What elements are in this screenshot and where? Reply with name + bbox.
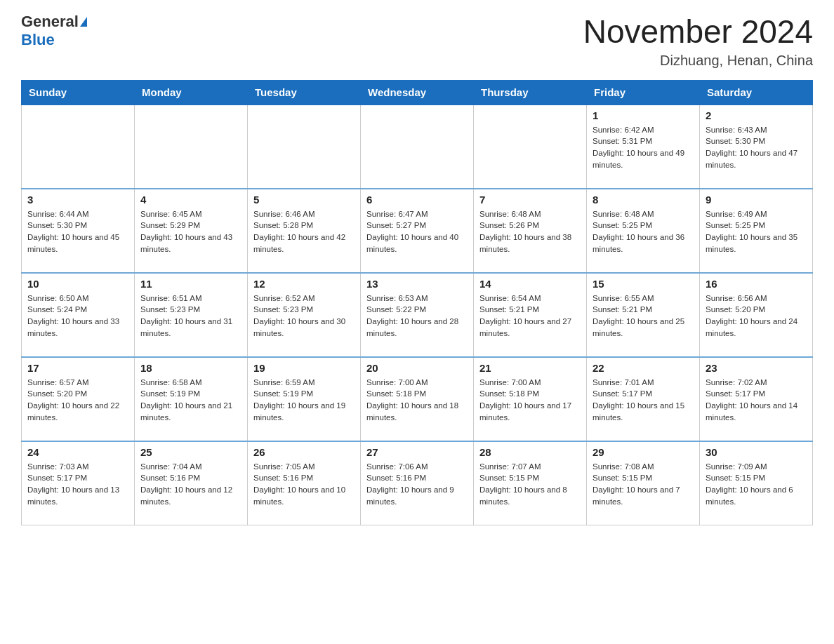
calendar-cell: 6Sunrise: 6:47 AM Sunset: 5:27 PM Daylig… — [361, 189, 474, 273]
calendar-cell — [22, 105, 135, 189]
day-number: 13 — [366, 278, 468, 290]
weekday-header-thursday: Thursday — [474, 80, 587, 105]
day-sun-info: Sunrise: 6:43 AM Sunset: 5:30 PM Dayligh… — [706, 124, 807, 171]
weekday-header-monday: Monday — [135, 80, 248, 105]
day-sun-info: Sunrise: 6:54 AM Sunset: 5:21 PM Dayligh… — [479, 293, 581, 340]
title-area: November 2024 Dizhuang, Henan, China — [583, 14, 813, 69]
calendar-cell: 7Sunrise: 6:48 AM Sunset: 5:26 PM Daylig… — [474, 189, 587, 273]
calendar-cell: 19Sunrise: 6:59 AM Sunset: 5:19 PM Dayli… — [248, 357, 361, 441]
day-sun-info: Sunrise: 6:48 AM Sunset: 5:26 PM Dayligh… — [479, 208, 581, 255]
calendar-cell: 21Sunrise: 7:00 AM Sunset: 5:18 PM Dayli… — [474, 357, 587, 441]
day-number: 16 — [706, 278, 807, 290]
calendar-cell: 27Sunrise: 7:06 AM Sunset: 5:16 PM Dayli… — [361, 441, 474, 525]
calendar-cell: 13Sunrise: 6:53 AM Sunset: 5:22 PM Dayli… — [361, 273, 474, 357]
day-sun-info: Sunrise: 7:02 AM Sunset: 5:17 PM Dayligh… — [706, 377, 807, 424]
month-title: November 2024 — [583, 14, 813, 50]
calendar-cell: 11Sunrise: 6:51 AM Sunset: 5:23 PM Dayli… — [135, 273, 248, 357]
calendar-cell: 3Sunrise: 6:44 AM Sunset: 5:30 PM Daylig… — [22, 189, 135, 273]
calendar-cell: 23Sunrise: 7:02 AM Sunset: 5:17 PM Dayli… — [700, 357, 813, 441]
day-sun-info: Sunrise: 7:06 AM Sunset: 5:16 PM Dayligh… — [366, 461, 468, 508]
day-number: 8 — [593, 194, 694, 206]
calendar-cell: 5Sunrise: 6:46 AM Sunset: 5:28 PM Daylig… — [248, 189, 361, 273]
day-sun-info: Sunrise: 6:53 AM Sunset: 5:22 PM Dayligh… — [366, 293, 468, 340]
weekday-header-wednesday: Wednesday — [361, 80, 474, 105]
day-sun-info: Sunrise: 6:58 AM Sunset: 5:19 PM Dayligh… — [140, 377, 241, 424]
calendar-cell — [248, 105, 361, 189]
calendar-cell: 10Sunrise: 6:50 AM Sunset: 5:24 PM Dayli… — [22, 273, 135, 357]
day-number: 27 — [366, 446, 468, 458]
calendar-cell — [474, 105, 587, 189]
day-sun-info: Sunrise: 6:44 AM Sunset: 5:30 PM Dayligh… — [27, 208, 128, 255]
calendar-cell: 12Sunrise: 6:52 AM Sunset: 5:23 PM Dayli… — [248, 273, 361, 357]
day-number: 11 — [140, 278, 241, 290]
logo-main-text: General — [21, 14, 79, 29]
calendar-cell: 22Sunrise: 7:01 AM Sunset: 5:17 PM Dayli… — [587, 357, 700, 441]
day-number: 18 — [140, 362, 241, 374]
day-number: 14 — [479, 278, 581, 290]
day-sun-info: Sunrise: 7:00 AM Sunset: 5:18 PM Dayligh… — [366, 377, 468, 424]
calendar-week-2: 3Sunrise: 6:44 AM Sunset: 5:30 PM Daylig… — [22, 189, 813, 273]
day-number: 21 — [479, 362, 581, 374]
day-sun-info: Sunrise: 6:55 AM Sunset: 5:21 PM Dayligh… — [593, 293, 694, 340]
weekday-header-sunday: Sunday — [22, 80, 135, 105]
calendar-week-1: 1Sunrise: 6:42 AM Sunset: 5:31 PM Daylig… — [22, 105, 813, 189]
logo: General Blue — [21, 14, 87, 49]
calendar-cell: 14Sunrise: 6:54 AM Sunset: 5:21 PM Dayli… — [474, 273, 587, 357]
day-number: 20 — [366, 362, 468, 374]
day-sun-info: Sunrise: 7:04 AM Sunset: 5:16 PM Dayligh… — [140, 461, 241, 508]
day-sun-info: Sunrise: 6:56 AM Sunset: 5:20 PM Dayligh… — [706, 293, 807, 340]
day-number: 22 — [593, 362, 694, 374]
day-number: 1 — [593, 109, 694, 121]
calendar-cell: 4Sunrise: 6:45 AM Sunset: 5:29 PM Daylig… — [135, 189, 248, 273]
day-number: 3 — [27, 194, 128, 206]
weekday-header-friday: Friday — [587, 80, 700, 105]
day-number: 17 — [27, 362, 128, 374]
day-number: 10 — [27, 278, 128, 290]
calendar-cell: 28Sunrise: 7:07 AM Sunset: 5:15 PM Dayli… — [474, 441, 587, 525]
calendar-week-5: 24Sunrise: 7:03 AM Sunset: 5:17 PM Dayli… — [22, 441, 813, 525]
day-number: 30 — [706, 446, 807, 458]
day-sun-info: Sunrise: 6:45 AM Sunset: 5:29 PM Dayligh… — [140, 208, 241, 255]
calendar-week-4: 17Sunrise: 6:57 AM Sunset: 5:20 PM Dayli… — [22, 357, 813, 441]
day-number: 28 — [479, 446, 581, 458]
day-sun-info: Sunrise: 7:08 AM Sunset: 5:15 PM Dayligh… — [593, 461, 694, 508]
calendar-cell: 29Sunrise: 7:08 AM Sunset: 5:15 PM Dayli… — [587, 441, 700, 525]
day-number: 19 — [253, 362, 355, 374]
calendar-table: SundayMondayTuesdayWednesdayThursdayFrid… — [21, 80, 813, 526]
day-sun-info: Sunrise: 7:03 AM Sunset: 5:17 PM Dayligh… — [27, 461, 128, 508]
calendar-cell: 25Sunrise: 7:04 AM Sunset: 5:16 PM Dayli… — [135, 441, 248, 525]
day-number: 7 — [479, 194, 581, 206]
calendar-cell: 15Sunrise: 6:55 AM Sunset: 5:21 PM Dayli… — [587, 273, 700, 357]
day-number: 9 — [706, 194, 807, 206]
day-number: 6 — [366, 194, 468, 206]
calendar-cell: 2Sunrise: 6:43 AM Sunset: 5:30 PM Daylig… — [700, 105, 813, 189]
calendar-cell — [135, 105, 248, 189]
day-sun-info: Sunrise: 6:42 AM Sunset: 5:31 PM Dayligh… — [593, 124, 694, 171]
calendar-cell: 8Sunrise: 6:48 AM Sunset: 5:25 PM Daylig… — [587, 189, 700, 273]
day-sun-info: Sunrise: 7:07 AM Sunset: 5:15 PM Dayligh… — [479, 461, 581, 508]
day-number: 23 — [706, 362, 807, 374]
calendar-cell: 9Sunrise: 6:49 AM Sunset: 5:25 PM Daylig… — [700, 189, 813, 273]
day-sun-info: Sunrise: 6:46 AM Sunset: 5:28 PM Dayligh… — [253, 208, 355, 255]
day-sun-info: Sunrise: 6:51 AM Sunset: 5:23 PM Dayligh… — [140, 293, 241, 340]
day-sun-info: Sunrise: 6:49 AM Sunset: 5:25 PM Dayligh… — [706, 208, 807, 255]
day-number: 25 — [140, 446, 241, 458]
logo-triangle-icon — [80, 17, 87, 27]
day-sun-info: Sunrise: 7:01 AM Sunset: 5:17 PM Dayligh… — [593, 377, 694, 424]
calendar-cell: 1Sunrise: 6:42 AM Sunset: 5:31 PM Daylig… — [587, 105, 700, 189]
calendar-cell: 20Sunrise: 7:00 AM Sunset: 5:18 PM Dayli… — [361, 357, 474, 441]
day-sun-info: Sunrise: 6:50 AM Sunset: 5:24 PM Dayligh… — [27, 293, 128, 340]
day-sun-info: Sunrise: 6:57 AM Sunset: 5:20 PM Dayligh… — [27, 377, 128, 424]
calendar-cell — [361, 105, 474, 189]
day-number: 5 — [253, 194, 355, 206]
day-sun-info: Sunrise: 7:09 AM Sunset: 5:15 PM Dayligh… — [706, 461, 807, 508]
calendar-week-3: 10Sunrise: 6:50 AM Sunset: 5:24 PM Dayli… — [22, 273, 813, 357]
day-sun-info: Sunrise: 7:00 AM Sunset: 5:18 PM Dayligh… — [479, 377, 581, 424]
day-number: 12 — [253, 278, 355, 290]
day-sun-info: Sunrise: 6:48 AM Sunset: 5:25 PM Dayligh… — [593, 208, 694, 255]
day-number: 4 — [140, 194, 241, 206]
day-number: 2 — [706, 109, 807, 121]
day-number: 29 — [593, 446, 694, 458]
location-subtitle: Dizhuang, Henan, China — [583, 53, 813, 69]
day-number: 15 — [593, 278, 694, 290]
